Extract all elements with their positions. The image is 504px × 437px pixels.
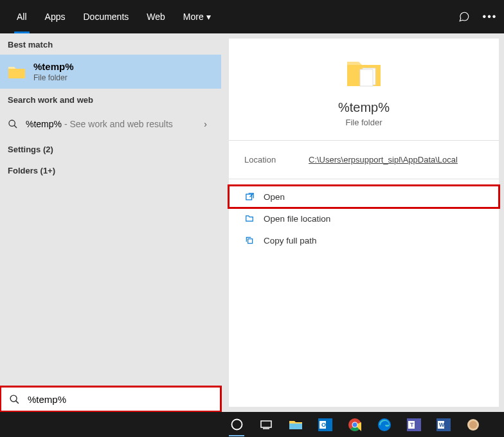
search-input[interactable] xyxy=(28,394,212,405)
preview-panel: %temp% File folder Location C:\Users\erp… xyxy=(229,39,499,407)
search-box[interactable] xyxy=(0,386,221,412)
section-folders[interactable]: Folders (1+) xyxy=(0,159,221,181)
svg-rect-4 xyxy=(246,194,251,200)
app-icon[interactable] xyxy=(462,413,485,436)
svg-point-17 xyxy=(353,422,357,427)
folder-icon xyxy=(346,58,382,89)
svg-rect-5 xyxy=(248,239,253,244)
result-title: %temp% xyxy=(33,61,74,72)
chevron-down-icon: ▾ xyxy=(206,12,211,22)
search-filter-tabs: All Apps Documents Web More▾ ••• xyxy=(0,0,504,33)
open-icon xyxy=(244,192,255,202)
more-options-icon[interactable]: ••• xyxy=(483,10,496,23)
tab-web[interactable]: Web xyxy=(138,0,174,33)
svg-line-7 xyxy=(16,400,19,403)
section-search-web: Search work and web xyxy=(0,89,221,110)
svg-point-6 xyxy=(10,395,17,402)
edge-icon[interactable] xyxy=(373,413,396,436)
svg-text:T: T xyxy=(410,422,414,428)
web-term: %temp% xyxy=(26,119,62,129)
svg-rect-3 xyxy=(360,69,373,86)
svg-line-1 xyxy=(14,125,17,128)
svg-point-0 xyxy=(9,120,15,126)
result-subtitle: File folder xyxy=(33,73,74,82)
folder-icon xyxy=(8,64,26,80)
tab-more[interactable]: More▾ xyxy=(174,0,220,33)
teams-icon[interactable]: T xyxy=(402,413,426,436)
location-label: Location xyxy=(244,155,309,165)
preview-title: %temp% xyxy=(229,100,499,115)
web-result[interactable]: %temp% - See work and web results › xyxy=(0,110,221,138)
feedback-icon[interactable] xyxy=(458,10,471,23)
web-hint: - See work and web results xyxy=(62,119,173,129)
search-icon xyxy=(9,394,20,405)
outlook-icon[interactable]: O xyxy=(314,413,337,436)
svg-rect-9 xyxy=(261,421,271,427)
chrome-icon[interactable] xyxy=(343,413,366,436)
tab-all[interactable]: All xyxy=(8,0,36,33)
chevron-right-icon: › xyxy=(204,119,213,129)
tab-documents[interactable]: Documents xyxy=(74,0,138,33)
cortana-icon[interactable] xyxy=(225,413,248,436)
svg-text:W: W xyxy=(439,422,445,428)
word-icon[interactable]: W xyxy=(432,413,455,436)
location-row: Location C:\Users\erpsupport_sipl\AppDat… xyxy=(229,141,499,179)
copy-icon xyxy=(244,235,255,245)
best-match-result[interactable]: %temp% File folder xyxy=(0,55,221,89)
results-panel: Best match %temp% File folder Search wor… xyxy=(0,33,221,412)
folder-location-icon xyxy=(244,213,255,224)
section-best-match: Best match xyxy=(0,33,221,55)
action-open[interactable]: Open xyxy=(229,186,499,208)
location-path[interactable]: C:\Users\erpsupport_sipl\AppData\Local xyxy=(309,155,458,165)
action-copy-path[interactable]: Copy full path xyxy=(229,229,499,251)
task-view-icon[interactable] xyxy=(255,413,278,436)
action-open-location[interactable]: Open file location xyxy=(229,208,499,229)
svg-point-8 xyxy=(231,420,242,430)
section-settings[interactable]: Settings (2) xyxy=(0,138,221,159)
taskbar: O T W xyxy=(0,412,504,437)
file-explorer-icon[interactable] xyxy=(284,413,307,436)
tab-apps[interactable]: Apps xyxy=(36,0,75,33)
svg-text:O: O xyxy=(321,422,326,428)
preview-subtitle: File folder xyxy=(229,118,499,127)
search-icon xyxy=(8,119,18,129)
svg-point-26 xyxy=(469,421,477,429)
